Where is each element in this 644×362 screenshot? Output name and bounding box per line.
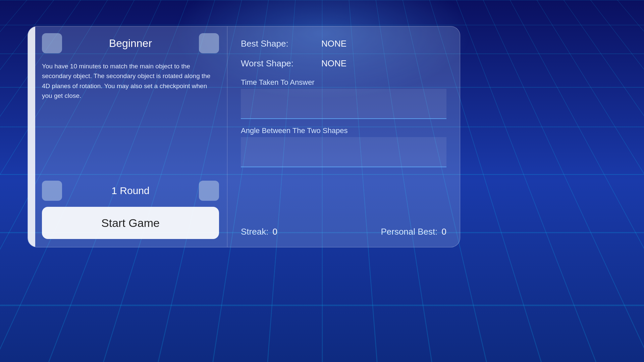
main-card: Beginner You have 10 minutes to match th…: [28, 26, 460, 247]
angle-section: Angle Between The Two Shapes: [241, 120, 446, 169]
personal-best-group: Personal Best: 0: [381, 227, 446, 237]
personal-best-value: 0: [442, 227, 446, 237]
personal-best-label: Personal Best:: [381, 227, 437, 237]
streak-value: 0: [272, 227, 277, 237]
difficulty-prev-button[interactable]: [42, 33, 62, 53]
angle-label: Angle Between The Two Shapes: [241, 126, 446, 135]
round-label: 1 Round: [62, 185, 199, 196]
difficulty-label: Beginner: [62, 37, 199, 50]
round-row: 1 Round: [42, 181, 219, 201]
left-panel: Beginner You have 10 minutes to match th…: [35, 26, 227, 247]
worst-shape-label: Worst Shape:: [241, 58, 321, 69]
angle-box: [241, 137, 446, 167]
time-taken-box: [241, 89, 446, 119]
worst-shape-value: NONE: [321, 58, 346, 69]
round-plus-button[interactable]: [199, 181, 219, 201]
streak-label: Streak:: [241, 227, 268, 237]
best-shape-label: Best Shape:: [241, 39, 321, 49]
left-bar: [28, 26, 35, 247]
best-shape-value: NONE: [321, 39, 346, 49]
best-shape-row: Best Shape: NONE: [241, 39, 446, 49]
streak-group: Streak: 0: [241, 227, 277, 237]
round-minus-button[interactable]: [42, 181, 62, 201]
start-game-button[interactable]: Start Game: [42, 207, 219, 239]
worst-shape-row: Worst Shape: NONE: [241, 58, 446, 69]
start-game-label: Start Game: [101, 217, 160, 230]
time-taken-section: Time Taken To Answer: [241, 72, 446, 120]
difficulty-next-button[interactable]: [199, 33, 219, 53]
description-text: You have 10 minutes to match the main ob…: [42, 61, 219, 181]
bottom-stats-row: Streak: 0 Personal Best: 0: [241, 221, 446, 237]
time-taken-label: Time Taken To Answer: [241, 78, 446, 87]
right-panel: Best Shape: NONE Worst Shape: NONE Time …: [227, 26, 460, 247]
difficulty-row: Beginner: [42, 33, 219, 53]
